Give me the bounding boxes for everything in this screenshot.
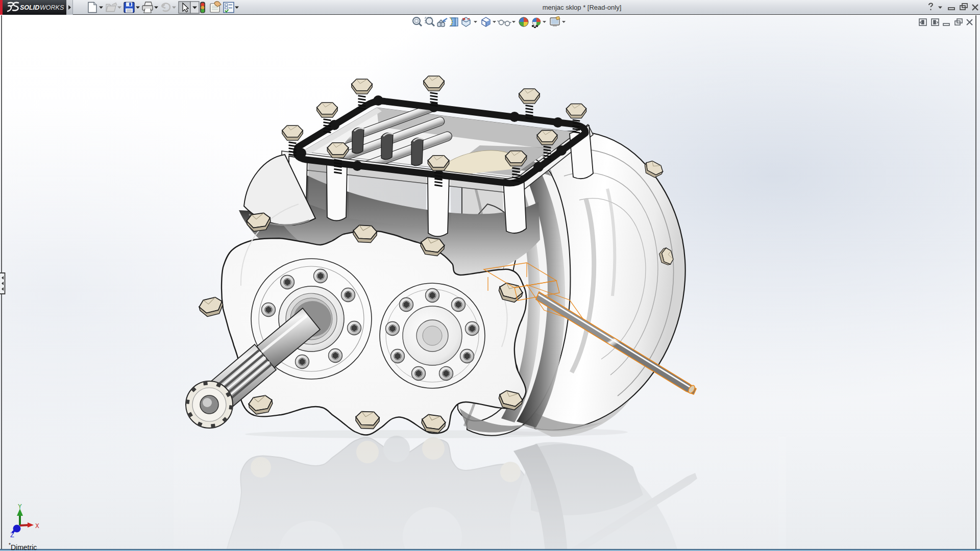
svg-text:SOLID: SOLID — [20, 4, 39, 11]
svg-text:WORKS: WORKS — [40, 4, 64, 11]
svg-text:Z: Z — [10, 532, 14, 539]
svg-text:X: X — [35, 522, 39, 530]
